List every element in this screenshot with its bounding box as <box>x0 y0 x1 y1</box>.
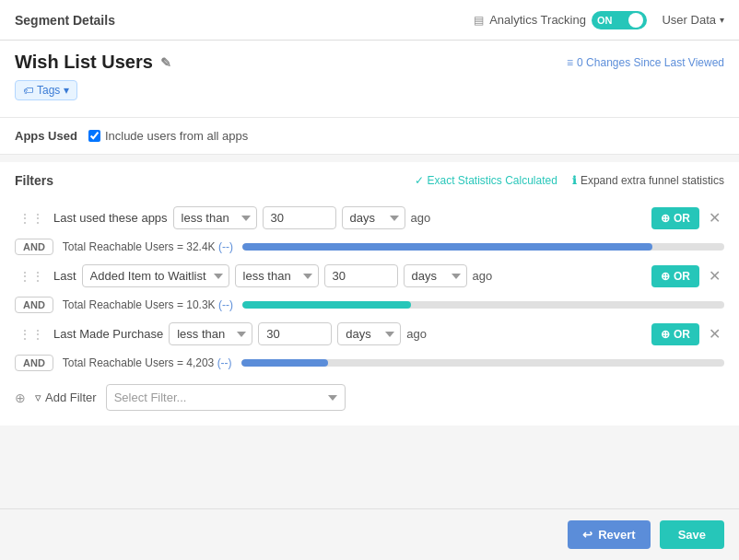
filter-ago-1: ago <box>411 211 431 225</box>
and-row-3: AND Total Reachable Users = 4,203 (--) <box>15 351 724 375</box>
progress-fill-3 <box>241 359 328 367</box>
or-button-2[interactable]: ⊕ OR <box>651 265 699 287</box>
page-title-group: Wish List Users ✎ <box>15 52 171 73</box>
include-all-apps-checkbox[interactable]: Include users from all apps <box>88 129 248 143</box>
checkmark-icon: ✓ <box>415 174 424 187</box>
save-button[interactable]: Save <box>660 520 724 549</box>
tags-button[interactable]: 🏷 Tags ▾ <box>15 80 77 100</box>
info-icon: ℹ <box>572 174 577 187</box>
users-count-1: Total Reachable Users = 32.4K (--) <box>63 240 233 253</box>
or-button-3[interactable]: ⊕ OR <box>651 323 699 345</box>
remove-filter-1[interactable]: ✕ <box>705 209 724 227</box>
add-filter-row: ⊕ ▿ Add Filter Select Filter... <box>15 375 724 411</box>
filter-row-2: ⋮⋮ Last Added Item to Waitlist less than… <box>15 259 724 293</box>
or-plus-icon-2: ⊕ <box>661 270 670 283</box>
filters-title: Filters <box>15 173 53 188</box>
progress-bar-1 <box>242 243 724 251</box>
filters-meta: ✓ Exact Statistics Calculated ℹ Expand e… <box>415 174 725 187</box>
filter-group-1: ⋮⋮ Last used these apps less than more t… <box>15 201 724 259</box>
filter-event-2[interactable]: Added Item to Waitlist <box>82 264 229 287</box>
changes-label: 0 Changes Since Last Viewed <box>577 56 724 69</box>
toggle-state: ON <box>595 15 615 26</box>
remove-filter-2[interactable]: ✕ <box>705 267 724 285</box>
chart-icon: ▤ <box>474 14 484 27</box>
filter-group-2: ⋮⋮ Last Added Item to Waitlist less than… <box>15 259 724 317</box>
tags-label: Tags <box>37 84 60 97</box>
drag-handle-1[interactable]: ⋮⋮ <box>15 211 48 226</box>
or-label-3: OR <box>674 328 690 341</box>
drag-handle-2[interactable]: ⋮⋮ <box>15 269 48 284</box>
page-title: Wish List Users <box>15 52 153 73</box>
filter-label-3: Last Made Purchase <box>53 327 163 341</box>
apps-used-label: Apps Used <box>15 129 77 143</box>
progress-bar-2 <box>242 301 724 309</box>
remove-filter-3[interactable]: ✕ <box>705 325 724 343</box>
expand-funnel[interactable]: ℹ Expand extra funnel statistics <box>572 174 724 187</box>
exact-stats-label: Exact Statistics Calculated <box>428 174 557 187</box>
chevron-down-icon: ▾ <box>720 15 724 25</box>
page-header: Wish List Users ✎ ≡ 0 Changes Since Last… <box>0 41 739 118</box>
revert-icon: ↩ <box>582 528 592 542</box>
analytics-toggle[interactable]: ON <box>592 11 648 29</box>
filter-unit-3[interactable]: days hours weeks <box>337 322 401 345</box>
and-badge-3: AND <box>15 355 53 371</box>
drag-handle-3[interactable]: ⋮⋮ <box>15 327 48 342</box>
progress-fill-1 <box>242 243 652 251</box>
add-filter-label: ▿ Add Filter <box>35 391 97 404</box>
filter-ago-2: ago <box>473 269 493 283</box>
filters-section: Filters ✓ Exact Statistics Calculated ℹ … <box>0 162 739 426</box>
or-button-1[interactable]: ⊕ OR <box>651 207 699 229</box>
filter-condition-2[interactable]: less than more than exactly <box>235 264 319 287</box>
filter-group-3: ⋮⋮ Last Made Purchase less than more tha… <box>15 317 724 375</box>
add-filter-plus-icon: ⊕ <box>15 391 26 405</box>
users-link-1[interactable]: (--) <box>218 240 233 253</box>
and-row-1: AND Total Reachable Users = 32.4K (--) <box>15 235 724 259</box>
and-badge-1: AND <box>15 239 53 255</box>
or-label-2: OR <box>674 270 690 283</box>
changes-link[interactable]: ≡ 0 Changes Since Last Viewed <box>567 56 724 69</box>
user-data-label: User Data <box>662 13 716 27</box>
segment-details-title: Segment Details <box>15 13 115 28</box>
footer: ↩ Revert Save <box>0 508 739 560</box>
filter-label-1: Last used these apps <box>53 211 168 225</box>
filter-condition-1[interactable]: less than more than exactly <box>173 206 257 229</box>
top-bar: Segment Details ▤ Analytics Tracking ON … <box>0 0 739 41</box>
filter-value-2[interactable] <box>324 264 398 287</box>
or-plus-icon: ⊕ <box>661 212 670 225</box>
page-title-row: Wish List Users ✎ ≡ 0 Changes Since Last… <box>15 52 724 73</box>
toggle-knob <box>628 13 643 28</box>
revert-label: Revert <box>598 528 635 542</box>
filter-ago-3: ago <box>406 327 427 341</box>
filter-row-3: ⋮⋮ Last Made Purchase less than more tha… <box>15 317 724 351</box>
and-row-2: AND Total Reachable Users = 10.3K (--) <box>15 293 724 317</box>
filter-icon: ▿ <box>35 391 41 404</box>
or-plus-icon-3: ⊕ <box>661 328 670 341</box>
list-icon: ≡ <box>567 56 573 69</box>
filter-value-1[interactable] <box>263 206 336 229</box>
users-link-2[interactable]: (--) <box>218 298 233 311</box>
tags-chevron-icon: ▾ <box>64 84 69 97</box>
revert-button[interactable]: ↩ Revert <box>568 520 650 549</box>
include-all-apps-label: Include users from all apps <box>105 129 248 143</box>
exact-stats: ✓ Exact Statistics Calculated <box>415 174 557 187</box>
users-count-2: Total Reachable Users = 10.3K (--) <box>63 298 233 311</box>
edit-icon[interactable]: ✎ <box>160 55 171 70</box>
users-link-3[interactable]: (--) <box>217 356 232 369</box>
and-badge-2: AND <box>15 297 53 313</box>
filter-unit-2[interactable]: days hours weeks <box>404 264 467 287</box>
progress-bar-3 <box>241 359 724 367</box>
include-all-apps-input[interactable] <box>88 130 100 142</box>
filter-value-3[interactable] <box>258 322 332 345</box>
analytics-tracking: ▤ Analytics Tracking ON <box>474 11 647 29</box>
or-label-1: OR <box>674 212 690 225</box>
user-data-button[interactable]: User Data ▾ <box>662 13 724 27</box>
filter-unit-1[interactable]: days hours weeks <box>342 206 405 229</box>
progress-fill-2 <box>242 301 411 309</box>
filter-condition-3[interactable]: less than more than exactly <box>169 322 252 345</box>
top-bar-right: ▤ Analytics Tracking ON User Data ▾ <box>474 11 724 29</box>
filter-label-2: Last <box>53 269 76 283</box>
analytics-tracking-label: Analytics Tracking <box>489 13 586 27</box>
filter-row-1: ⋮⋮ Last used these apps less than more t… <box>15 201 724 235</box>
apps-used-section: Apps Used Include users from all apps <box>0 118 739 155</box>
select-filter-dropdown[interactable]: Select Filter... <box>106 384 346 411</box>
